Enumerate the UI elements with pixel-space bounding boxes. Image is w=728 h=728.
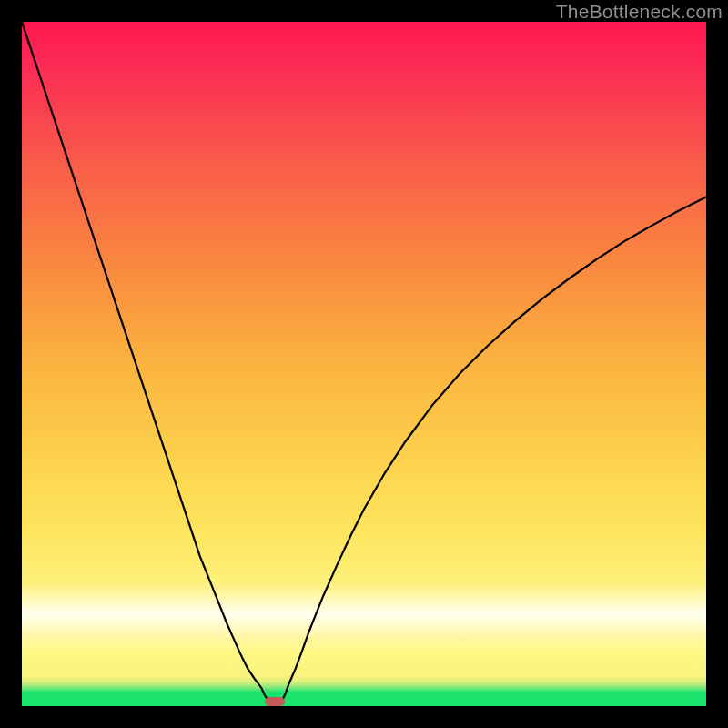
curve-left-branch [22,22,268,701]
watermark-text: TheBottleneck.com [556,1,723,23]
curve-right-branch [282,197,706,701]
chart-frame: TheBottleneck.com [0,0,728,728]
plot-area [22,22,706,706]
bottleneck-marker [265,697,285,706]
bottleneck-curve [22,22,706,706]
